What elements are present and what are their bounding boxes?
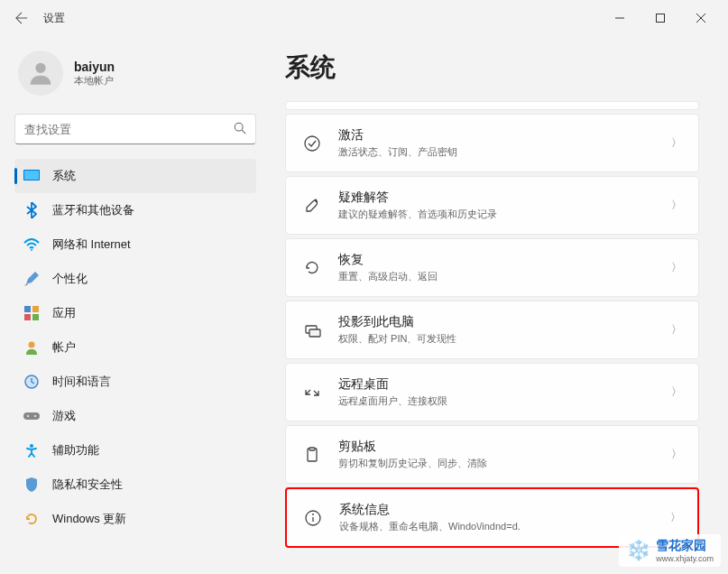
system-icon: [23, 168, 40, 184]
nav-item-update[interactable]: Windows 更新: [14, 502, 256, 536]
svg-point-14: [29, 342, 35, 348]
svg-rect-12: [24, 314, 31, 320]
chevron-right-icon: 〉: [671, 384, 682, 400]
apps-icon: [23, 305, 40, 321]
activate-icon: [302, 134, 322, 153]
clipboard-icon: [302, 445, 322, 465]
setting-recovery[interactable]: 恢复 重置、高级启动、返回 〉: [285, 238, 699, 297]
watermark: ❄️ 雪花家园 www.xhjaty.com: [619, 534, 721, 567]
setting-desc: 远程桌面用户、连接权限: [338, 394, 671, 408]
sidebar: baiyun 本地帐户 系统 蓝牙和其他设备: [0, 36, 271, 574]
setting-clipboard[interactable]: 剪贴板 剪切和复制历史记录、同步、清除 〉: [285, 425, 699, 484]
setting-title: 恢复: [338, 252, 671, 268]
setting-project[interactable]: 投影到此电脑 权限、配对 PIN、可发现性 〉: [285, 301, 699, 359]
about-icon: [303, 508, 323, 528]
personalize-icon: [23, 271, 40, 287]
nav-item-system[interactable]: 系统: [14, 159, 256, 193]
chevron-right-icon: 〉: [670, 510, 681, 525]
user-type: 本地帐户: [74, 74, 115, 88]
search-box[interactable]: [14, 114, 256, 144]
settings-window: 设置 baiyun 本地帐户: [0, 0, 728, 574]
svg-point-26: [312, 514, 314, 515]
svg-rect-16: [23, 412, 40, 420]
main-content: 系统 激活 激活状态、订阅、产品密钥 〉 疑难解答 建议的疑难解答、首选项和历史…: [271, 36, 728, 574]
svg-point-17: [27, 415, 29, 417]
nav-label: 帐户: [52, 339, 76, 356]
nav-item-bluetooth[interactable]: 蓝牙和其他设备: [14, 193, 256, 227]
setting-remote[interactable]: 远程桌面 远程桌面用户、连接权限 〉: [285, 363, 699, 421]
svg-rect-13: [32, 314, 39, 320]
person-icon: [25, 58, 56, 88]
setting-title: 疑难解答: [338, 190, 671, 206]
chevron-right-icon: 〉: [671, 322, 682, 338]
nav-item-privacy[interactable]: 隐私和安全性: [14, 468, 256, 502]
setting-spacer: [285, 101, 699, 110]
update-icon: [23, 511, 40, 527]
chevron-right-icon: 〉: [671, 135, 682, 151]
chevron-right-icon: 〉: [671, 447, 682, 462]
svg-rect-24: [309, 448, 315, 450]
setting-title: 剪贴板: [338, 439, 671, 455]
setting-text: 剪贴板 剪切和复制历史记录、同步、清除: [338, 439, 671, 470]
setting-text: 系统信息 设备规格、重命名电脑、Windo\/indnd=d.: [339, 502, 670, 533]
minimize-button[interactable]: [599, 4, 640, 32]
nav-label: 隐私和安全性: [52, 477, 123, 493]
svg-point-20: [305, 136, 319, 151]
svg-rect-1: [656, 14, 664, 23]
setting-desc: 权限、配对 PIN、可发现性: [338, 332, 671, 346]
bluetooth-icon: [23, 202, 40, 218]
nav-item-time[interactable]: 时间和语言: [14, 365, 256, 399]
chevron-right-icon: 〉: [671, 260, 682, 275]
setting-desc: 重置、高级启动、返回: [338, 270, 671, 283]
nav-label: 游戏: [52, 408, 76, 424]
user-section[interactable]: baiyun 本地帐户: [14, 43, 256, 114]
nav-item-apps[interactable]: 应用: [14, 296, 256, 330]
svg-point-18: [34, 415, 36, 417]
project-icon: [302, 320, 322, 340]
accessibility-icon: [23, 442, 40, 458]
setting-title: 投影到此电脑: [338, 314, 671, 330]
search-input[interactable]: [24, 123, 234, 136]
privacy-icon: [23, 477, 40, 493]
setting-activate[interactable]: 激活 激活状态、订阅、产品密钥 〉: [285, 114, 699, 172]
remote-icon: [302, 383, 322, 403]
gaming-icon: [23, 408, 40, 424]
minimize-icon: [615, 14, 624, 23]
setting-text: 远程桌面 远程桌面用户、连接权限: [338, 376, 671, 408]
nav-label: 个性化: [52, 271, 88, 287]
nav-label: 辅助功能: [52, 442, 99, 458]
nav-label: 系统: [52, 168, 76, 184]
watermark-url: www.xhjaty.com: [656, 554, 714, 563]
setting-text: 激活 激活状态、订阅、产品密钥: [338, 127, 671, 159]
maximize-button[interactable]: [640, 4, 680, 32]
svg-point-5: [235, 123, 243, 131]
content-area: baiyun 本地帐户 系统 蓝牙和其他设备: [0, 36, 728, 574]
titlebar: 设置: [0, 0, 728, 36]
nav-item-account[interactable]: 帐户: [14, 330, 256, 365]
nav-item-network[interactable]: 网络和 Internet: [14, 227, 256, 262]
svg-rect-22: [309, 329, 320, 337]
nav-item-personalize[interactable]: 个性化: [14, 262, 256, 296]
setting-troubleshoot[interactable]: 疑难解答 建议的疑难解答、首选项和历史记录 〉: [285, 176, 699, 235]
svg-point-19: [30, 444, 33, 448]
nav-label: 网络和 Internet: [52, 236, 131, 253]
network-icon: [23, 236, 40, 253]
nav-list: 系统 蓝牙和其他设备 网络和 Internet 个性化 应用: [14, 159, 256, 536]
account-icon: [23, 339, 40, 356]
nav-label: 时间和语言: [52, 374, 111, 390]
nav-label: Windows 更新: [52, 511, 126, 527]
setting-desc: 建议的疑难解答、首选项和历史记录: [338, 208, 671, 221]
back-button[interactable]: [7, 4, 36, 32]
close-button[interactable]: [680, 4, 721, 32]
snowflake-icon: ❄️: [626, 539, 650, 562]
svg-rect-8: [24, 171, 39, 180]
setting-text: 恢复 重置、高级启动、返回: [338, 252, 671, 283]
svg-point-9: [31, 249, 32, 251]
user-name: baiyun: [74, 60, 115, 74]
nav-item-gaming[interactable]: 游戏: [14, 399, 256, 433]
back-arrow-icon: [15, 12, 28, 24]
window-title: 设置: [43, 11, 65, 26]
nav-item-accessibility[interactable]: 辅助功能: [14, 433, 256, 468]
nav-label: 应用: [52, 305, 76, 321]
watermark-title: 雪花家园: [656, 538, 714, 554]
